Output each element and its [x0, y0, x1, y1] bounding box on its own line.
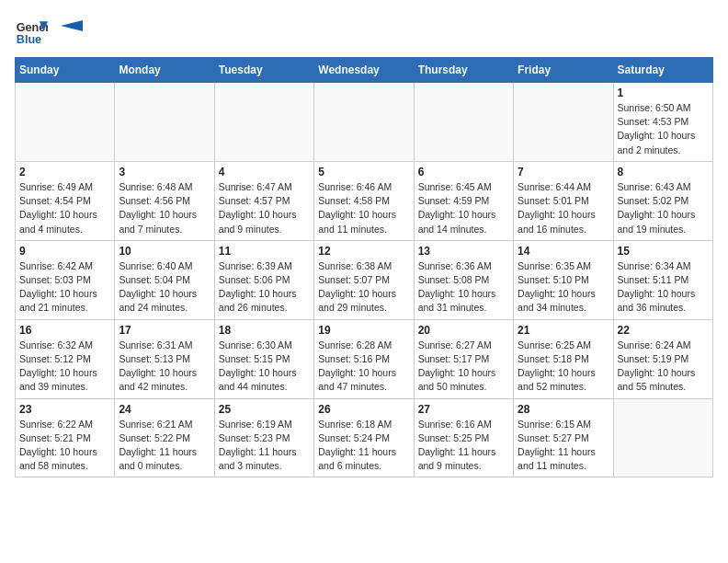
calendar-cell: 19Sunrise: 6:28 AM Sunset: 5:16 PM Dayli…	[314, 319, 414, 398]
day-header-saturday: Saturday	[613, 58, 712, 83]
calendar-cell	[115, 83, 214, 162]
svg-text:Blue: Blue	[17, 33, 41, 46]
day-info: Sunrise: 6:39 AM Sunset: 5:06 PM Dayligh…	[219, 259, 310, 316]
day-header-sunday: Sunday	[16, 58, 115, 83]
day-info: Sunrise: 6:22 AM Sunset: 5:21 PM Dayligh…	[19, 418, 110, 474]
calendar-cell: 27Sunrise: 6:16 AM Sunset: 5:25 PM Dayli…	[414, 398, 513, 477]
calendar-cell	[314, 83, 414, 162]
calendar-week-1: 1Sunrise: 6:50 AM Sunset: 4:53 PM Daylig…	[16, 83, 713, 162]
calendar-cell: 14Sunrise: 6:35 AM Sunset: 5:10 PM Dayli…	[514, 240, 613, 319]
calendar-cell	[514, 83, 613, 162]
calendar-cell: 5Sunrise: 6:46 AM Sunset: 4:58 PM Daylig…	[314, 161, 414, 240]
day-number: 1	[618, 86, 709, 99]
day-info: Sunrise: 6:24 AM Sunset: 5:19 PM Dayligh…	[618, 339, 709, 395]
day-info: Sunrise: 6:38 AM Sunset: 5:07 PM Dayligh…	[318, 259, 409, 316]
calendar-cell: 21Sunrise: 6:25 AM Sunset: 5:18 PM Dayli…	[514, 319, 613, 398]
calendar-cell: 28Sunrise: 6:15 AM Sunset: 5:27 PM Dayli…	[514, 398, 613, 477]
day-info: Sunrise: 6:32 AM Sunset: 5:12 PM Dayligh…	[19, 339, 110, 395]
day-info: Sunrise: 6:16 AM Sunset: 5:25 PM Dayligh…	[418, 418, 509, 474]
calendar-cell: 6Sunrise: 6:45 AM Sunset: 4:59 PM Daylig…	[414, 161, 513, 240]
calendar-cell: 2Sunrise: 6:49 AM Sunset: 4:54 PM Daylig…	[16, 161, 115, 240]
calendar-week-5: 23Sunrise: 6:22 AM Sunset: 5:21 PM Dayli…	[16, 398, 713, 477]
day-number: 6	[418, 166, 509, 178]
day-number: 24	[119, 403, 210, 416]
calendar-week-2: 2Sunrise: 6:49 AM Sunset: 4:54 PM Daylig…	[16, 161, 713, 240]
day-number: 21	[518, 324, 609, 337]
calendar-cell: 17Sunrise: 6:31 AM Sunset: 5:13 PM Dayli…	[115, 319, 214, 398]
day-number: 3	[119, 166, 210, 178]
day-info: Sunrise: 6:30 AM Sunset: 5:15 PM Dayligh…	[219, 339, 310, 395]
calendar-cell: 3Sunrise: 6:48 AM Sunset: 4:56 PM Daylig…	[115, 161, 214, 240]
day-info: Sunrise: 6:31 AM Sunset: 5:13 PM Dayligh…	[119, 339, 210, 395]
day-info: Sunrise: 6:28 AM Sunset: 5:16 PM Dayligh…	[318, 339, 409, 395]
logo-icon: General Blue	[15, 15, 48, 48]
svg-marker-3	[61, 20, 83, 31]
day-number: 19	[318, 324, 409, 337]
day-number: 27	[418, 403, 509, 416]
day-info: Sunrise: 6:45 AM Sunset: 4:59 PM Dayligh…	[418, 180, 509, 236]
day-number: 25	[219, 403, 310, 416]
day-info: Sunrise: 6:50 AM Sunset: 4:53 PM Dayligh…	[618, 101, 709, 157]
day-number: 8	[618, 166, 709, 178]
day-info: Sunrise: 6:49 AM Sunset: 4:54 PM Dayligh…	[19, 180, 110, 236]
day-info: Sunrise: 6:40 AM Sunset: 5:04 PM Dayligh…	[119, 259, 210, 316]
day-info: Sunrise: 6:25 AM Sunset: 5:18 PM Dayligh…	[518, 339, 609, 395]
calendar-cell: 15Sunrise: 6:34 AM Sunset: 5:11 PM Dayli…	[613, 240, 712, 319]
calendar-cell: 11Sunrise: 6:39 AM Sunset: 5:06 PM Dayli…	[214, 240, 313, 319]
day-number: 2	[19, 166, 110, 178]
calendar-cell: 24Sunrise: 6:21 AM Sunset: 5:22 PM Dayli…	[115, 398, 214, 477]
day-number: 16	[19, 324, 110, 337]
day-info: Sunrise: 6:47 AM Sunset: 4:57 PM Dayligh…	[219, 180, 310, 236]
calendar-cell: 16Sunrise: 6:32 AM Sunset: 5:12 PM Dayli…	[16, 319, 115, 398]
page-header: General Blue	[15, 15, 713, 48]
calendar-cell: 20Sunrise: 6:27 AM Sunset: 5:17 PM Dayli…	[414, 319, 513, 398]
day-number: 23	[19, 403, 110, 416]
logo: General Blue	[15, 15, 83, 48]
day-info: Sunrise: 6:15 AM Sunset: 5:27 PM Dayligh…	[518, 418, 609, 474]
day-info: Sunrise: 6:43 AM Sunset: 5:02 PM Dayligh…	[618, 180, 709, 236]
day-number: 5	[318, 166, 409, 178]
calendar-cell: 8Sunrise: 6:43 AM Sunset: 5:02 PM Daylig…	[613, 161, 712, 240]
calendar-cell: 13Sunrise: 6:36 AM Sunset: 5:08 PM Dayli…	[414, 240, 513, 319]
day-number: 9	[19, 245, 110, 258]
calendar-cell: 9Sunrise: 6:42 AM Sunset: 5:03 PM Daylig…	[16, 240, 115, 319]
calendar-cell	[214, 83, 313, 162]
day-info: Sunrise: 6:34 AM Sunset: 5:11 PM Dayligh…	[618, 259, 709, 316]
calendar-cell	[16, 83, 115, 162]
day-info: Sunrise: 6:27 AM Sunset: 5:17 PM Dayligh…	[418, 339, 509, 395]
day-number: 15	[618, 245, 709, 258]
calendar-cell: 10Sunrise: 6:40 AM Sunset: 5:04 PM Dayli…	[115, 240, 214, 319]
day-info: Sunrise: 6:42 AM Sunset: 5:03 PM Dayligh…	[19, 259, 110, 316]
day-number: 12	[318, 245, 409, 258]
calendar-cell: 22Sunrise: 6:24 AM Sunset: 5:19 PM Dayli…	[613, 319, 712, 398]
day-number: 28	[518, 403, 609, 416]
day-number: 7	[518, 166, 609, 178]
day-info: Sunrise: 6:46 AM Sunset: 4:58 PM Dayligh…	[318, 180, 409, 236]
calendar-cell: 25Sunrise: 6:19 AM Sunset: 5:23 PM Dayli…	[214, 398, 313, 477]
day-number: 17	[119, 324, 210, 337]
day-info: Sunrise: 6:48 AM Sunset: 4:56 PM Dayligh…	[119, 180, 210, 236]
calendar-week-3: 9Sunrise: 6:42 AM Sunset: 5:03 PM Daylig…	[16, 240, 713, 319]
day-number: 4	[219, 166, 310, 178]
day-number: 10	[119, 245, 210, 258]
day-header-thursday: Thursday	[414, 58, 513, 83]
day-number: 13	[418, 245, 509, 258]
day-info: Sunrise: 6:36 AM Sunset: 5:08 PM Dayligh…	[418, 259, 509, 316]
day-number: 26	[318, 403, 409, 416]
day-number: 18	[219, 324, 310, 337]
day-info: Sunrise: 6:18 AM Sunset: 5:24 PM Dayligh…	[318, 418, 409, 474]
calendar-cell: 7Sunrise: 6:44 AM Sunset: 5:01 PM Daylig…	[514, 161, 613, 240]
day-header-monday: Monday	[115, 58, 214, 83]
calendar-table: SundayMondayTuesdayWednesdayThursdayFrid…	[15, 57, 713, 477]
day-header-friday: Friday	[514, 58, 613, 83]
day-number: 22	[618, 324, 709, 337]
calendar-header-row: SundayMondayTuesdayWednesdayThursdayFrid…	[16, 58, 713, 83]
calendar-cell: 26Sunrise: 6:18 AM Sunset: 5:24 PM Dayli…	[314, 398, 414, 477]
calendar-cell: 12Sunrise: 6:38 AM Sunset: 5:07 PM Dayli…	[314, 240, 414, 319]
logo-arrow-icon	[61, 20, 83, 42]
day-info: Sunrise: 6:35 AM Sunset: 5:10 PM Dayligh…	[518, 259, 609, 316]
calendar-cell: 18Sunrise: 6:30 AM Sunset: 5:15 PM Dayli…	[214, 319, 313, 398]
calendar-cell: 1Sunrise: 6:50 AM Sunset: 4:53 PM Daylig…	[613, 83, 712, 162]
calendar-cell	[414, 83, 513, 162]
calendar-cell	[613, 398, 712, 477]
